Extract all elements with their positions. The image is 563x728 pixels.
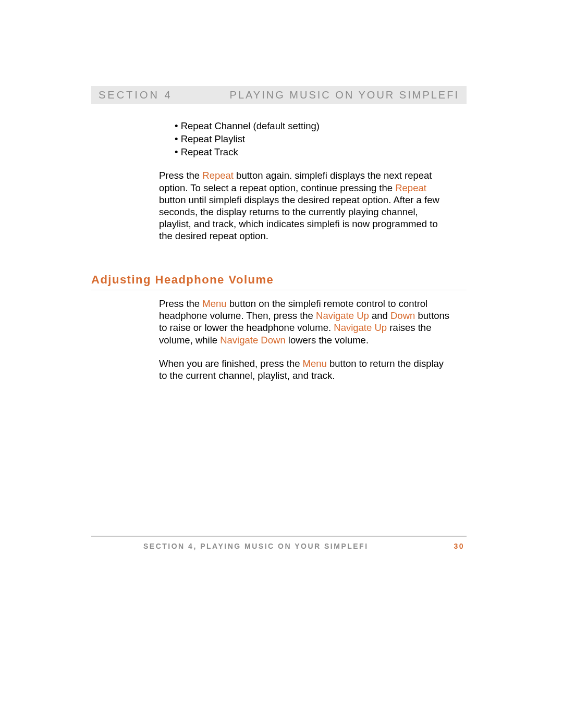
- keyword-navigate-up: Navigate Up: [334, 322, 387, 333]
- keyword-menu: Menu: [202, 298, 226, 309]
- text-run: and: [369, 310, 390, 321]
- text-run: When you are finished, press the: [159, 358, 303, 369]
- keyword-down: Down: [390, 310, 415, 321]
- section-number: SECTION 4: [99, 89, 173, 101]
- page-number: 30: [454, 542, 464, 550]
- text-run: lowers the volume.: [286, 335, 369, 346]
- keyword-repeat: Repeat: [202, 170, 234, 181]
- body-block-2: Press the Menu button on the simplefi re…: [159, 298, 451, 381]
- footer-rule: [91, 536, 467, 537]
- keyword-navigate-up: Navigate Up: [316, 310, 369, 321]
- keyword-navigate-down: Navigate Down: [220, 335, 285, 346]
- paragraph-repeat: Press the Repeat button again. simplefi …: [159, 169, 451, 242]
- paragraph-volume-2: When you are finished, press the Menu bu…: [159, 357, 451, 381]
- subheading-adjusting-volume: Adjusting Headphone Volume: [91, 273, 467, 290]
- text-run: Press the: [159, 298, 202, 309]
- list-item: Repeat Track: [175, 146, 451, 158]
- keyword-repeat: Repeat: [395, 182, 426, 193]
- repeat-options-list: Repeat Channel (default setting) Repeat …: [175, 120, 451, 158]
- list-item: Repeat Playlist: [175, 133, 451, 145]
- text-run: Press the: [159, 170, 202, 181]
- section-title: PLAYING MUSIC ON YOUR SIMPLEFI: [230, 89, 459, 101]
- page-footer: SECTION 4, PLAYING MUSIC ON YOUR SIMPLEF…: [91, 536, 467, 550]
- paragraph-volume-1: Press the Menu button on the simplefi re…: [159, 298, 451, 346]
- section-header-bar: SECTION 4 PLAYING MUSIC ON YOUR SIMPLEFI: [91, 86, 467, 104]
- text-run: button until simplefi displays the desir…: [159, 194, 439, 241]
- footer-section-label: SECTION 4, PLAYING MUSIC ON YOUR SIMPLEF…: [143, 542, 369, 550]
- keyword-menu: Menu: [303, 358, 327, 369]
- list-item: Repeat Channel (default setting): [175, 120, 451, 132]
- page-content: SECTION 4 PLAYING MUSIC ON YOUR SIMPLEFI…: [91, 86, 467, 393]
- footer-line: SECTION 4, PLAYING MUSIC ON YOUR SIMPLEF…: [91, 542, 467, 550]
- body-block-1: Repeat Channel (default setting) Repeat …: [159, 120, 451, 242]
